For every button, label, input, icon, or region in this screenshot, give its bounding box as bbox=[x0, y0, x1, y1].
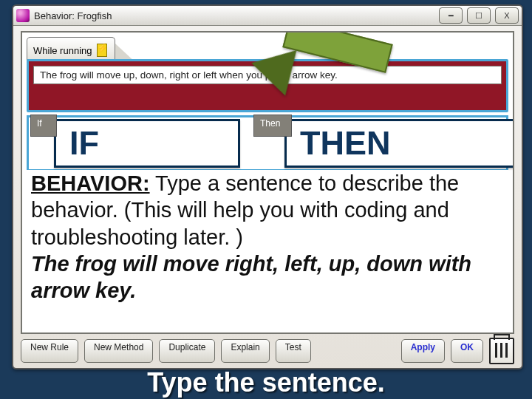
lightning-icon bbox=[97, 44, 107, 57]
instruction-overlay: BEHAVIOR: Type a sentence to describe th… bbox=[27, 170, 508, 331]
maximize-button[interactable]: ☐ bbox=[467, 7, 491, 24]
new-method-button[interactable]: New Method bbox=[84, 339, 153, 363]
slide-banner-text: Type the sentence. bbox=[147, 367, 384, 398]
behavior-window: Behavior: Frogfish ━ ☐ X While running bbox=[12, 4, 523, 369]
if-caption: If bbox=[30, 115, 57, 137]
close-button[interactable]: X bbox=[495, 7, 519, 24]
rule-row: If IF Then THEN bbox=[27, 115, 508, 171]
new-rule-button[interactable]: New Rule bbox=[21, 339, 78, 363]
instruction-lead: BEHAVIOR: bbox=[31, 171, 150, 195]
window-content: While running The frog will move up, dow… bbox=[21, 31, 514, 334]
then-callout: THEN bbox=[284, 119, 514, 168]
explain-button[interactable]: Explain bbox=[221, 339, 269, 363]
behavior-description-area: The frog will move up, down, right or le… bbox=[27, 59, 508, 112]
behavior-description-input[interactable]: The frog will move up, down, right or le… bbox=[33, 66, 502, 84]
window-title: Behavior: Frogfish bbox=[34, 10, 112, 21]
bottom-button-bar: New Rule New Method Duplicate Explain Te… bbox=[21, 338, 514, 364]
window-titlebar: Behavior: Frogfish ━ ☐ X bbox=[13, 6, 522, 26]
test-button[interactable]: Test bbox=[276, 339, 311, 363]
minimize-button[interactable]: ━ bbox=[439, 7, 463, 24]
apply-button[interactable]: Apply bbox=[401, 339, 445, 363]
app-icon bbox=[16, 9, 30, 22]
instruction-example: The frog will move right, left, up, down… bbox=[31, 252, 471, 302]
ok-button[interactable]: OK bbox=[451, 339, 483, 363]
slide-banner: Type the sentence. bbox=[0, 366, 532, 399]
window-buttons: ━ ☐ X bbox=[439, 7, 519, 24]
trash-icon[interactable] bbox=[489, 338, 514, 364]
trigger-tab-label: While running bbox=[33, 45, 92, 56]
if-callout: IF bbox=[54, 119, 240, 168]
slide-root: Behavior: Frogfish ━ ☐ X While running bbox=[0, 0, 532, 399]
then-caption: Then bbox=[253, 115, 292, 137]
duplicate-button[interactable]: Duplicate bbox=[159, 339, 215, 363]
